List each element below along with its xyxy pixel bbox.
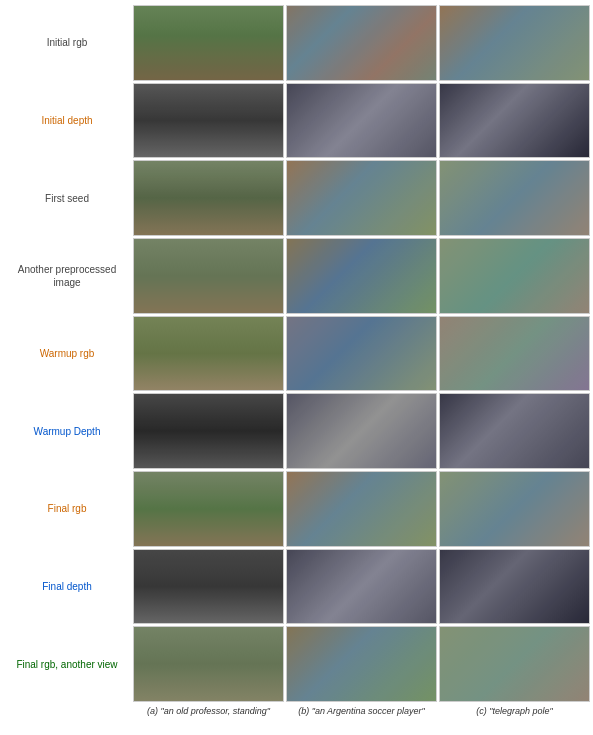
image-cell-final-depth-col3 (439, 549, 590, 625)
image-cell-first-seed-col1 (133, 160, 284, 236)
image-sim-final-rgb-view-col3 (440, 627, 589, 701)
image-cell-warmup-depth-col1 (133, 393, 284, 469)
image-cell-warmup-rgb-col3 (439, 316, 590, 392)
main-container: Initial rgbInitial depthFirst seedAnothe… (0, 0, 593, 735)
image-cell-another-preprocessed-col2 (286, 238, 437, 314)
image-sim-initial-depth-col3 (440, 84, 589, 158)
caption-b: (b) "an Argentina soccer player" (285, 705, 438, 717)
image-sim-final-rgb-view-col1 (134, 627, 283, 701)
image-sim-final-rgb-view-col2 (287, 627, 436, 701)
image-sim-warmup-rgb-col3 (440, 317, 589, 391)
image-cell-warmup-rgb-col2 (286, 316, 437, 392)
image-cell-final-rgb-view-col1 (133, 626, 284, 702)
row-label-first-seed: First seed (2, 159, 132, 237)
image-cell-initial-rgb-col1 (133, 5, 284, 81)
row-label-final-rgb-view: Final rgb, another view (2, 625, 132, 703)
image-cell-final-rgb-view-col2 (286, 626, 437, 702)
row-label-warmup-depth: Warmup Depth (2, 392, 132, 470)
row-label-initial-depth: Initial depth (2, 82, 132, 160)
row-label-initial-rgb: Initial rgb (2, 4, 132, 82)
image-cell-first-seed-col3 (439, 160, 590, 236)
image-cell-first-seed-col2 (286, 160, 437, 236)
image-sim-initial-depth-col1 (134, 84, 283, 158)
caption-a: (a) "an old professor, standing" (132, 705, 285, 717)
image-cell-initial-rgb-col3 (439, 5, 590, 81)
image-sim-initial-rgb-col2 (287, 6, 436, 80)
image-cell-final-rgb-col3 (439, 471, 590, 547)
image-cell-warmup-rgb-col1 (133, 316, 284, 392)
image-cell-initial-depth-col3 (439, 83, 590, 159)
image-cell-final-depth-col1 (133, 549, 284, 625)
row-label-final-depth: Final depth (2, 548, 132, 626)
image-sim-warmup-depth-col1 (134, 394, 283, 468)
image-grid: Initial rgbInitial depthFirst seedAnothe… (2, 4, 591, 703)
image-sim-another-preprocessed-col3 (440, 239, 589, 313)
image-sim-final-rgb-col2 (287, 472, 436, 546)
image-cell-warmup-depth-col2 (286, 393, 437, 469)
image-sim-initial-rgb-col1 (134, 6, 283, 80)
row-label-another-preprocessed: Another preprocessed image (2, 237, 132, 315)
image-sim-another-preprocessed-col2 (287, 239, 436, 313)
captions-row: (a) "an old professor, standing" (b) "an… (2, 705, 591, 717)
image-cell-final-rgb-col1 (133, 471, 284, 547)
caption-c: (c) "telegraph pole" (438, 705, 591, 717)
image-sim-final-rgb-col1 (134, 472, 283, 546)
row-label-warmup-rgb: Warmup rgb (2, 315, 132, 393)
image-sim-first-seed-col3 (440, 161, 589, 235)
row-label-final-rgb: Final rgb (2, 470, 132, 548)
image-sim-first-seed-col1 (134, 161, 283, 235)
image-sim-initial-rgb-col3 (440, 6, 589, 80)
image-sim-warmup-rgb-col2 (287, 317, 436, 391)
image-sim-another-preprocessed-col1 (134, 239, 283, 313)
image-sim-final-depth-col1 (134, 550, 283, 624)
image-cell-final-rgb-view-col3 (439, 626, 590, 702)
image-cell-final-rgb-col2 (286, 471, 437, 547)
image-sim-warmup-rgb-col1 (134, 317, 283, 391)
image-cell-initial-depth-col1 (133, 83, 284, 159)
image-sim-warmup-depth-col3 (440, 394, 589, 468)
image-cell-initial-rgb-col2 (286, 5, 437, 81)
image-cell-final-depth-col2 (286, 549, 437, 625)
image-cell-another-preprocessed-col3 (439, 238, 590, 314)
image-sim-first-seed-col2 (287, 161, 436, 235)
image-cell-initial-depth-col2 (286, 83, 437, 159)
image-sim-final-rgb-col3 (440, 472, 589, 546)
image-cell-another-preprocessed-col1 (133, 238, 284, 314)
image-sim-initial-depth-col2 (287, 84, 436, 158)
image-sim-final-depth-col2 (287, 550, 436, 624)
image-sim-final-depth-col3 (440, 550, 589, 624)
image-cell-warmup-depth-col3 (439, 393, 590, 469)
image-sim-warmup-depth-col2 (287, 394, 436, 468)
